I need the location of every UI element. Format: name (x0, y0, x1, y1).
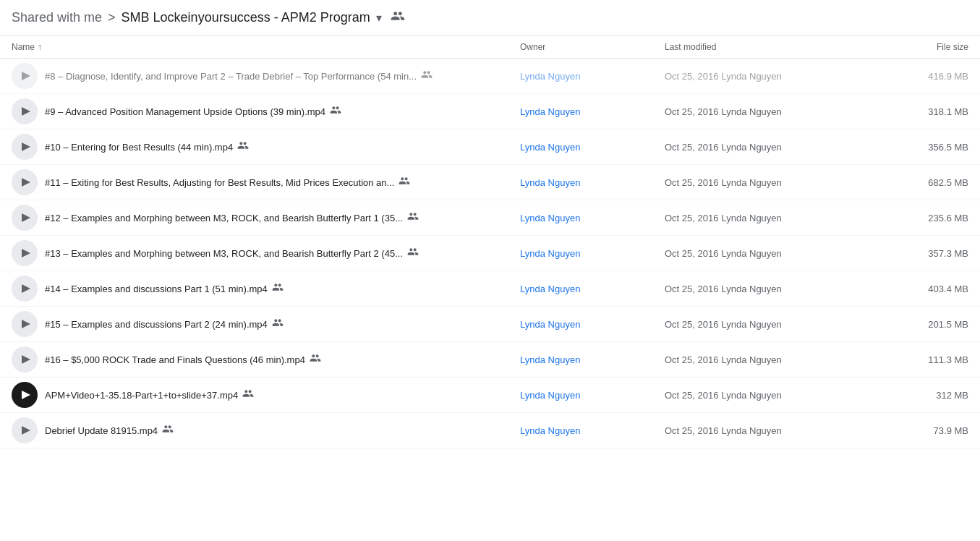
shared-icon (399, 175, 410, 189)
file-name-cell: #9 – Advanced Position Management Upside… (12, 98, 520, 124)
modified-date: Oct 25, 2016 (665, 213, 718, 223)
shared-icon (310, 352, 321, 367)
table-row: APM+Video+1-35.18-Part+1+to+slide+37.mp4… (0, 378, 980, 413)
file-name-cell: #11 – Exiting for Best Results, Adjustin… (12, 169, 520, 195)
file-play-icon[interactable] (12, 346, 38, 372)
modified-by: Lynda Nguyen (721, 71, 781, 82)
modified-date: Oct 25, 2016 (665, 248, 718, 259)
file-owner[interactable]: Lynda Nguyen (520, 425, 665, 436)
modified-date: Oct 25, 2016 (665, 71, 718, 82)
column-owner[interactable]: Owner (520, 42, 665, 52)
file-name-text[interactable]: #14 – Examples and discussions Part 1 (5… (45, 284, 268, 294)
column-file-size[interactable]: File size (882, 42, 968, 52)
file-play-icon[interactable] (12, 382, 38, 408)
table-row: #10 – Entering for Best Results (44 min)… (0, 129, 980, 165)
file-owner[interactable]: Lynda Nguyen (520, 284, 665, 294)
file-play-icon[interactable] (12, 169, 38, 195)
file-size: 682.5 MB (882, 177, 968, 188)
file-play-icon[interactable] (12, 240, 38, 266)
file-name-text[interactable]: #9 – Advanced Position Management Upside… (45, 106, 325, 117)
shared-icon (407, 246, 419, 260)
file-name-cell: #13 – Examples and Morphing between M3, … (12, 240, 520, 266)
shared-icon (272, 317, 284, 331)
file-name-text[interactable]: #10 – Entering for Best Results (44 min)… (45, 142, 233, 153)
file-name-cell: Debrief Update 81915.mp4 (12, 417, 520, 443)
file-modified: Oct 25, 2016Lynda Nguyen (665, 319, 882, 330)
shared-icon (272, 281, 284, 296)
modified-by: Lynda Nguyen (721, 284, 781, 294)
modified-date: Oct 25, 2016 (665, 390, 718, 401)
file-play-icon[interactable] (12, 98, 38, 124)
file-name-cell: #12 – Examples and Morphing between M3, … (12, 205, 520, 231)
table-header: Name ↑ Owner Last modified File size (0, 36, 980, 59)
file-play-icon[interactable] (12, 134, 38, 160)
modified-date: Oct 25, 2016 (665, 142, 718, 153)
file-owner[interactable]: Lynda Nguyen (520, 142, 665, 153)
table-row: #9 – Advanced Position Management Upside… (0, 94, 980, 129)
file-name-cell: #15 – Examples and discussions Part 2 (2… (12, 311, 520, 337)
file-name-cell: #14 – Examples and discussions Part 1 (5… (12, 276, 520, 302)
table-row: #16 – $5,000 ROCK Trade and Finals Quest… (0, 342, 980, 378)
file-owner[interactable]: Lynda Nguyen (520, 354, 665, 365)
breadcrumb-shared[interactable]: Shared with me (12, 10, 102, 25)
file-size: 111.3 MB (882, 354, 968, 365)
file-name-text[interactable]: Debrief Update 81915.mp4 (45, 425, 158, 436)
breadcrumb-folder-name: SMB Lockeinyoursuccess - APM2 Program (122, 10, 370, 25)
file-size: 416.9 MB (882, 71, 968, 82)
shared-icon (407, 210, 419, 225)
file-play-icon[interactable] (12, 417, 38, 443)
sort-arrow-icon: ↑ (38, 42, 42, 52)
file-list: #8 – Diagnose, Identify, and Improve Par… (0, 59, 980, 448)
file-name-text[interactable]: #8 – Diagnose, Identify, and Improve Par… (45, 71, 417, 82)
file-play-icon[interactable] (12, 63, 38, 89)
file-name-cell: #16 – $5,000 ROCK Trade and Finals Quest… (12, 346, 520, 372)
modified-by: Lynda Nguyen (721, 213, 781, 223)
shared-icon (162, 423, 174, 438)
file-size: 235.6 MB (882, 213, 968, 223)
file-name-text[interactable]: APM+Video+1-35.18-Part+1+to+slide+37.mp4 (45, 390, 238, 401)
file-owner[interactable]: Lynda Nguyen (520, 213, 665, 223)
file-owner[interactable]: Lynda Nguyen (520, 177, 665, 188)
column-name[interactable]: Name ↑ (12, 42, 520, 52)
modified-date: Oct 25, 2016 (665, 177, 718, 188)
file-size: 73.9 MB (882, 425, 968, 436)
modified-by: Lynda Nguyen (721, 248, 781, 259)
table-row: #15 – Examples and discussions Part 2 (2… (0, 307, 980, 342)
breadcrumb-dropdown-icon[interactable]: ▾ (376, 11, 382, 25)
file-modified: Oct 25, 2016Lynda Nguyen (665, 213, 882, 223)
file-name-cell: #8 – Diagnose, Identify, and Improve Par… (12, 63, 520, 89)
column-last-modified[interactable]: Last modified (665, 42, 882, 52)
file-size: 403.4 MB (882, 284, 968, 294)
file-name-text[interactable]: #15 – Examples and discussions Part 2 (2… (45, 319, 268, 330)
file-name-text[interactable]: #16 – $5,000 ROCK Trade and Finals Quest… (45, 354, 305, 365)
file-owner[interactable]: Lynda Nguyen (520, 71, 665, 82)
modified-by: Lynda Nguyen (721, 142, 781, 153)
file-modified: Oct 25, 2016Lynda Nguyen (665, 177, 882, 188)
file-play-icon[interactable] (12, 205, 38, 231)
folder-people-icon[interactable] (391, 9, 405, 27)
shared-icon (237, 140, 249, 154)
file-owner[interactable]: Lynda Nguyen (520, 319, 665, 330)
table-row: #14 – Examples and discussions Part 1 (5… (0, 271, 980, 307)
file-owner[interactable]: Lynda Nguyen (520, 106, 665, 117)
file-size: 356.5 MB (882, 142, 968, 153)
modified-date: Oct 25, 2016 (665, 425, 718, 436)
file-play-icon[interactable] (12, 276, 38, 302)
file-modified: Oct 25, 2016Lynda Nguyen (665, 71, 882, 82)
file-play-icon[interactable] (12, 311, 38, 337)
modified-by: Lynda Nguyen (721, 177, 781, 188)
file-owner[interactable]: Lynda Nguyen (520, 248, 665, 259)
shared-icon (242, 388, 254, 402)
file-owner[interactable]: Lynda Nguyen (520, 390, 665, 401)
breadcrumb-separator: > (108, 10, 116, 25)
file-modified: Oct 25, 2016Lynda Nguyen (665, 284, 882, 294)
file-name-text[interactable]: #12 – Examples and Morphing between M3, … (45, 213, 403, 223)
modified-date: Oct 25, 2016 (665, 284, 718, 294)
modified-by: Lynda Nguyen (721, 106, 781, 117)
file-name-text[interactable]: #13 – Examples and Morphing between M3, … (45, 248, 403, 259)
table-row: Debrief Update 81915.mp4Lynda NguyenOct … (0, 413, 980, 448)
modified-by: Lynda Nguyen (721, 354, 781, 365)
file-name-text[interactable]: #11 – Exiting for Best Results, Adjustin… (45, 177, 394, 188)
modified-by: Lynda Nguyen (721, 390, 781, 401)
file-modified: Oct 25, 2016Lynda Nguyen (665, 354, 882, 365)
